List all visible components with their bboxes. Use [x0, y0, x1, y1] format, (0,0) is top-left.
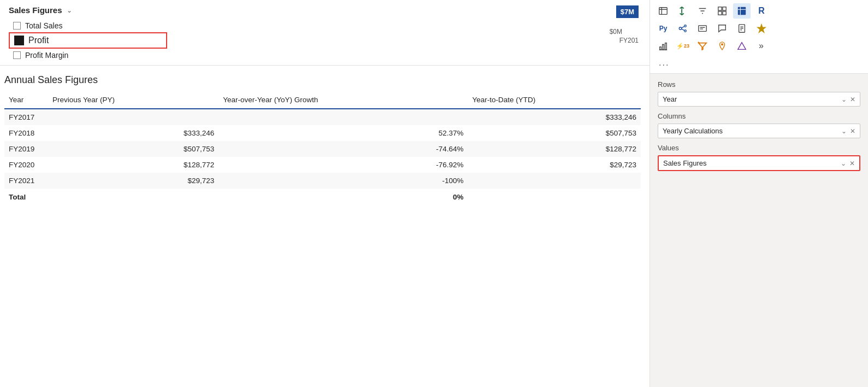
section-title: Annual Sales Figures — [4, 74, 641, 86]
cell-yoy: 52.37% — [219, 125, 468, 141]
annual-sales-table: Year Previous Year (PY) Year-over-Year (… — [4, 93, 641, 205]
toolbar-row-2: Py — [654, 21, 864, 36]
smart-narrative-btn[interactable] — [694, 21, 711, 36]
total-sales-checkbox[interactable] — [13, 22, 21, 30]
cell-year: FY2020 — [4, 157, 48, 173]
filter-icon-btn[interactable] — [694, 3, 711, 19]
yearly-calc-close[interactable]: ✕ — [850, 127, 855, 135]
svg-point-10 — [679, 27, 682, 30]
cell-ytd: $333,246 — [468, 109, 641, 125]
total-yoy: 0% — [219, 189, 468, 205]
chart-area: $7M $0M FY201 — [610, 5, 639, 44]
qna-icon-btn[interactable] — [713, 21, 731, 36]
svg-rect-6 — [723, 11, 726, 15]
more-icon-btn[interactable]: » — [753, 38, 770, 54]
sales-figures-chevron[interactable]: ⌄ — [841, 160, 846, 167]
profit-item[interactable]: Profit — [9, 32, 167, 49]
map-icon-btn[interactable] — [713, 38, 731, 54]
toolbar-row-1: R — [654, 3, 864, 19]
shape-icon-btn[interactable] — [733, 38, 751, 54]
matrix-icon-btn[interactable] — [713, 3, 731, 19]
svg-line-14 — [682, 29, 684, 31]
smartfilter-icon-btn[interactable] — [694, 38, 711, 54]
col-py: Previous Year (PY) — [48, 93, 219, 109]
table-row: FY2017 $333,246 — [4, 109, 641, 125]
total-py — [48, 189, 219, 205]
sales-figures-title: Sales Figures — [9, 5, 62, 15]
svg-rect-24 — [665, 43, 667, 50]
total-ytd — [468, 189, 641, 205]
sort-icon-btn[interactable] — [674, 3, 692, 19]
svg-rect-7 — [738, 7, 746, 15]
cell-year: FY2018 — [4, 125, 48, 141]
col-ytd: Year-to-Date (YTD) — [468, 93, 641, 109]
col-year: Year — [4, 93, 48, 109]
svg-rect-3 — [718, 7, 722, 10]
table2-icon-btn[interactable] — [733, 3, 751, 19]
year-field-actions: ⌄ ✕ — [841, 96, 855, 103]
chart-bar-value: $7M — [616, 5, 639, 18]
more-dots-btn[interactable]: ... — [654, 56, 864, 70]
table-row: FY2018 $333,246 52.37% $507,753 — [4, 125, 641, 141]
chevron-down-icon[interactable]: ⌄ — [67, 7, 72, 14]
svg-rect-22 — [660, 47, 662, 50]
paginated-icon-btn[interactable] — [733, 21, 751, 36]
profit-margin-label: Profit Margin — [25, 51, 68, 60]
svg-rect-5 — [718, 11, 722, 15]
fields-panel: Rows Year ⌄ ✕ Columns Yearly Calculation… — [650, 74, 868, 387]
cell-year: FY2021 — [4, 173, 48, 189]
table-section: Annual Sales Figures Year Previous Year … — [0, 66, 649, 387]
cell-yoy — [219, 109, 468, 125]
sales-figures-field-box[interactable]: Sales Figures ⌄ ✕ — [658, 155, 860, 171]
python-icon-btn[interactable]: Py — [654, 21, 672, 36]
total-label: Total — [4, 189, 48, 205]
cell-py: $128,772 — [48, 157, 219, 173]
r-icon-btn[interactable]: R — [753, 3, 770, 19]
cell-py — [48, 109, 219, 125]
cell-year: FY2017 — [4, 109, 48, 125]
cell-ytd — [468, 173, 641, 189]
cell-ytd: $128,772 — [468, 141, 641, 157]
decomp-icon-btn[interactable] — [674, 21, 692, 36]
profit-label: Profit — [28, 36, 49, 45]
year-field-close[interactable]: ✕ — [850, 96, 855, 103]
table-row: FY2019 $507,753 -74.64% $128,772 — [4, 141, 641, 157]
sales-figures-close[interactable]: ✕ — [849, 160, 855, 167]
left-panel: Sales Figures ⌄ Total Sales Profit Profi… — [0, 0, 650, 387]
values-section-label: Values — [658, 144, 860, 152]
kpi-icon-btn[interactable] — [753, 21, 770, 36]
chart-icon-btn[interactable] — [654, 38, 672, 54]
profit-swatch — [14, 36, 24, 45]
svg-marker-27 — [738, 43, 746, 50]
profit-margin-item[interactable]: Profit Margin — [13, 49, 641, 62]
rows-section-label: Rows — [658, 80, 860, 89]
cell-py: $333,246 — [48, 125, 219, 141]
cell-ytd: $29,723 — [468, 157, 641, 173]
cell-yoy: -74.64% — [219, 141, 468, 157]
svg-point-26 — [722, 44, 723, 45]
cell-yoy: -76.92% — [219, 157, 468, 173]
table-row: FY2020 $128,772 -76.92% $29,723 — [4, 157, 641, 173]
total-sales-item[interactable]: Total Sales — [13, 19, 641, 32]
table-icon-btn[interactable] — [654, 3, 672, 19]
top-section: Sales Figures ⌄ Total Sales Profit Profi… — [0, 0, 649, 66]
col-yoy: Year-over-Year (YoY) Growth — [219, 93, 468, 109]
sales-figures-header: Sales Figures ⌄ — [9, 5, 641, 15]
cell-yoy: -100% — [219, 173, 468, 189]
total-sales-label: Total Sales — [25, 21, 62, 30]
cell-ytd: $507,753 — [468, 125, 641, 141]
profit-margin-checkbox[interactable] — [13, 51, 21, 59]
sales-figures-field-label: Sales Figures — [663, 159, 706, 167]
year-field-label: Year — [663, 95, 677, 103]
table-total-row: Total 0% — [4, 189, 641, 205]
chart-zero-label: $0M — [610, 28, 622, 36]
year-field-chevron[interactable]: ⌄ — [841, 96, 847, 103]
svg-rect-15 — [699, 26, 706, 32]
svg-line-13 — [682, 26, 684, 28]
smart23-icon-btn[interactable]: ⚡23 — [674, 38, 692, 54]
table-row: FY2021 $29,723 -100% — [4, 173, 641, 189]
year-field-box[interactable]: Year ⌄ ✕ — [658, 92, 860, 107]
yearly-calc-field-box[interactable]: Yearly Calculations ⌄ ✕ — [658, 124, 860, 138]
yearly-calc-field-actions: ⌄ ✕ — [841, 127, 855, 135]
yearly-calc-chevron[interactable]: ⌄ — [841, 127, 847, 135]
